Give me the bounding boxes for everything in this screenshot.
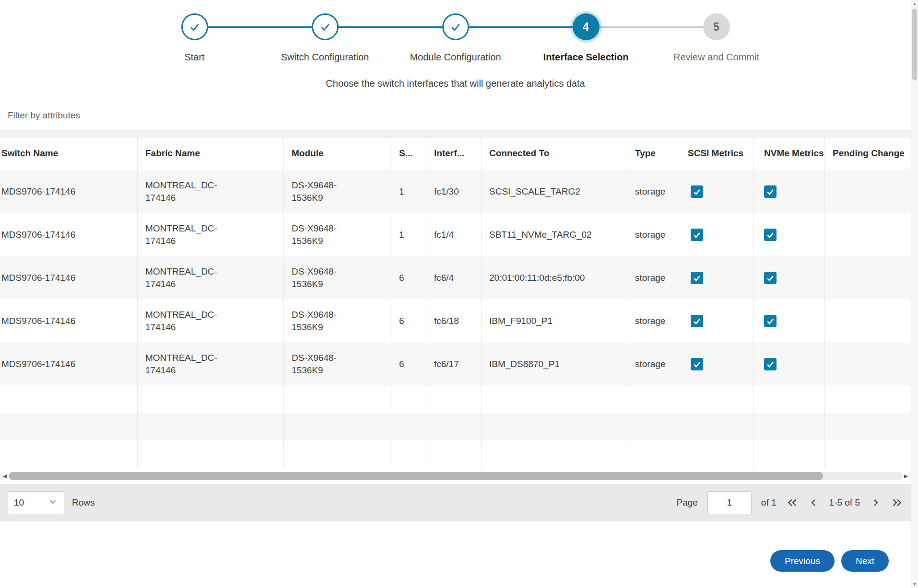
column-header-module[interactable]: Module <box>284 138 391 170</box>
cell-module: DS-X9648-1536K9 <box>284 213 391 256</box>
cell-module <box>284 386 391 413</box>
table-row[interactable]: MDS9706-174146 MONTREAL_DC-174146 DS-X96… <box>0 343 911 386</box>
scroll-up-arrow-icon[interactable]: ▲ <box>911 0 918 8</box>
cell-interface <box>426 413 482 440</box>
cell-slot <box>391 386 426 413</box>
cell-nvme-metrics <box>753 170 825 213</box>
next-button[interactable]: Next <box>841 550 889 572</box>
step-module-configuration[interactable]: Module Configuration <box>390 13 521 63</box>
cell-interface: fc6/18 <box>426 300 482 343</box>
cell-type: storage <box>627 300 677 343</box>
filter-input[interactable] <box>8 110 439 121</box>
cell-switch-name: MDS9706-174146 <box>0 300 138 343</box>
step-label: Review and Commit <box>673 52 759 63</box>
step-review-and-commit[interactable]: 5 Review and Commit <box>651 13 782 63</box>
cell-pending-change <box>825 300 911 343</box>
cell-scsi-metrics <box>677 256 753 300</box>
cell-nvme-metrics <box>753 343 825 386</box>
column-header-connected-to[interactable]: Connected To <box>482 138 627 170</box>
column-header-pending-change[interactable]: Pending Change <box>825 138 911 170</box>
cell-switch-name: MDS9706-174146 <box>0 256 138 300</box>
nvme-metrics-checkbox[interactable] <box>764 272 777 284</box>
vertical-scrollbar[interactable]: ▲ ▼ <box>911 0 918 588</box>
interfaces-table: Switch Name Fabric Name Module S... Inte… <box>0 138 911 468</box>
wizard-content: Start Switch Configuration Module Config… <box>0 0 911 588</box>
cell-fabric-name: MONTREAL_DC-174146 <box>138 343 284 386</box>
table-row-empty <box>0 386 911 413</box>
cell-interface <box>426 440 482 468</box>
cell-type: storage <box>627 343 677 386</box>
check-icon <box>442 13 469 40</box>
horizontal-scrollbar-track[interactable] <box>8 472 903 480</box>
step-interface-selection[interactable]: 4 Interface Selection <box>521 13 651 63</box>
table-row[interactable]: MDS9706-174146 MONTREAL_DC-174146 DS-X96… <box>0 213 911 256</box>
cell-switch-name: MDS9706-174146 <box>0 213 138 256</box>
scsi-metrics-checkbox[interactable] <box>691 358 703 370</box>
scsi-metrics-checkbox[interactable] <box>691 229 703 241</box>
nvme-metrics-checkbox[interactable] <box>764 185 777 198</box>
cell-connected-to: SCSI_SCALE_TARG2 <box>482 170 627 213</box>
column-header-type[interactable]: Type <box>627 138 677 170</box>
pagination-bar: 10 Rows Page of 1 1-5 of 5 <box>0 484 911 521</box>
chevron-right-icon[interactable] <box>870 497 881 508</box>
cell-nvme-metrics <box>753 440 825 468</box>
cell-fabric-name: MONTREAL_DC-174146 <box>138 300 284 343</box>
table-row-empty <box>0 413 911 440</box>
step-number: 4 <box>573 13 600 40</box>
column-header-fabric-name[interactable]: Fabric Name <box>138 138 284 170</box>
scroll-down-arrow-icon[interactable]: ▼ <box>911 580 918 588</box>
first-page-icon[interactable] <box>786 496 799 509</box>
cell-interface: fc1/30 <box>426 170 482 213</box>
vertical-scrollbar-thumb[interactable] <box>912 9 917 81</box>
horizontal-scrollbar-thumb[interactable] <box>9 472 823 480</box>
cell-pending-change <box>825 386 911 413</box>
cell-module <box>284 413 391 440</box>
cell-connected-to: IBM_F9100_P1 <box>482 300 627 343</box>
cell-type <box>627 386 677 413</box>
check-icon <box>181 13 208 40</box>
cell-fabric-name: MONTREAL_DC-174146 <box>138 213 284 256</box>
cell-nvme-metrics <box>753 256 825 300</box>
chevron-left-icon[interactable] <box>808 497 820 508</box>
step-label: Start <box>184 52 204 63</box>
scroll-right-arrow-icon[interactable]: ▶ <box>903 472 909 480</box>
cell-scsi-metrics <box>677 413 753 440</box>
cell-fabric-name: MONTREAL_DC-174146 <box>138 170 284 213</box>
scsi-metrics-checkbox[interactable] <box>691 315 703 327</box>
wizard-stepper: Start Switch Configuration Module Config… <box>129 13 782 63</box>
column-header-slot[interactable]: S... <box>391 138 426 170</box>
chevron-down-icon <box>47 496 58 509</box>
page-number-input[interactable] <box>707 491 752 514</box>
page-of-label: of 1 <box>761 497 777 508</box>
cell-slot: 6 <box>391 256 426 300</box>
table-row-empty <box>0 440 911 468</box>
cell-pending-change <box>825 413 911 440</box>
column-header-interface[interactable]: Interf... <box>426 138 482 170</box>
column-header-nvme-metrics[interactable]: NVMe Metrics <box>753 138 825 170</box>
horizontal-scrollbar[interactable]: ◀ ▶ <box>0 472 911 480</box>
cell-fabric-name <box>138 440 284 468</box>
cell-pending-change <box>825 170 911 213</box>
nvme-metrics-checkbox[interactable] <box>764 358 777 370</box>
scroll-left-arrow-icon[interactable]: ◀ <box>1 472 8 480</box>
table-body: MDS9706-174146 MONTREAL_DC-174146 DS-X96… <box>0 170 911 468</box>
column-header-scsi-metrics[interactable]: SCSI Metrics <box>677 138 753 170</box>
table-row[interactable]: MDS9706-174146 MONTREAL_DC-174146 DS-X96… <box>0 170 911 213</box>
last-page-icon[interactable] <box>891 496 903 509</box>
step-start[interactable]: Start <box>129 13 260 63</box>
nvme-metrics-checkbox[interactable] <box>764 229 777 241</box>
scsi-metrics-checkbox[interactable] <box>691 185 703 198</box>
previous-button[interactable]: Previous <box>770 550 835 572</box>
step-switch-configuration[interactable]: Switch Configuration <box>260 13 390 63</box>
check-icon <box>312 13 339 40</box>
scsi-metrics-checkbox[interactable] <box>691 272 703 284</box>
page-size-select[interactable]: 10 <box>8 491 64 514</box>
table-row[interactable]: MDS9706-174146 MONTREAL_DC-174146 DS-X96… <box>0 256 911 300</box>
column-header-switch-name[interactable]: Switch Name <box>0 138 138 170</box>
table-row[interactable]: MDS9706-174146 MONTREAL_DC-174146 DS-X96… <box>0 300 911 343</box>
cell-scsi-metrics <box>677 300 753 343</box>
step-label: Switch Configuration <box>281 52 369 63</box>
cell-pending-change <box>825 440 911 468</box>
cell-module <box>284 440 391 468</box>
nvme-metrics-checkbox[interactable] <box>764 315 777 327</box>
